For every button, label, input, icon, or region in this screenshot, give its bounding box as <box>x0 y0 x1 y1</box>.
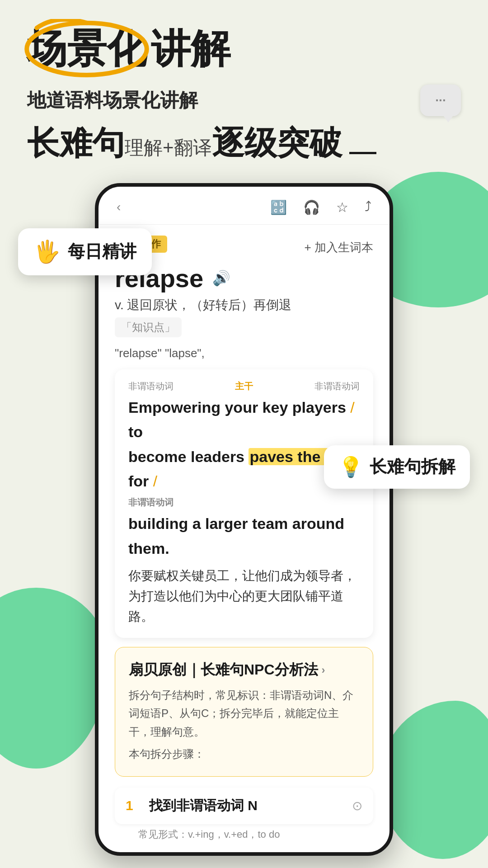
sentence-to: to <box>128 423 143 440</box>
phone-top-bar: ‹ 🔡 🎧 ☆ ⤴ <box>99 187 389 225</box>
npc-card-desc1: 拆分句子结构时，常见标识：非谓语动词N、介词短语P、从句C；拆分完毕后，就能定位… <box>129 686 359 741</box>
sentence-analysis-card: 非谓语动词 主干 非谓语动词 Empowering your key playe… <box>115 369 373 638</box>
npc-arrow-icon[interactable]: › <box>322 664 325 676</box>
subtitle-line2: 长难句 理解+翻译 逐级突破 <box>27 122 461 165</box>
subtitle-section: 地道语料场景化讲解 ··· 长难句 理解+翻译 逐级突破 <box>27 85 461 165</box>
phone-body: 高频写作 + 加入生词本 relapse 🔊 v. 退回原状，（好转后）再倒退 … <box>99 225 389 852</box>
word-main: relapse 🔊 <box>115 264 373 293</box>
step-subtitle-1: 常见形式：v.+ing，v.+ed，to do <box>138 828 373 841</box>
daily-label: 每日精讲 <box>68 240 136 263</box>
npc-card-desc2: 本句拆分步骤： <box>129 745 359 764</box>
step-item-1: 1 找到非谓语动词 N ⊙ <box>115 788 373 824</box>
translation-text: 你要赋权关键员工，让他们成为领导者，为打造以他们为中心的更大团队铺平道路。 <box>128 566 360 627</box>
grammar-label-right: 非谓语动词 <box>314 380 360 392</box>
speech-bubble-icon: ··· <box>420 85 461 116</box>
subtitle-line1: 地道语料场景化讲解 ··· <box>27 85 461 116</box>
phone-area: 🖐️ 每日精讲 💡 长难句拆解 ‹ 🔡 🎧 ☆ ⤴ <box>27 183 461 856</box>
star-icon[interactable]: ☆ <box>336 199 348 215</box>
headphone-icon[interactable]: 🎧 <box>303 199 320 215</box>
knowledge-link[interactable]: 「知识点」 <box>115 317 182 337</box>
underline-decoration <box>349 152 376 154</box>
word-example: "relapse" "lapse", <box>115 344 373 362</box>
step-number-1: 1 <box>126 798 140 813</box>
add-vocab-button[interactable]: + 加入生词本 <box>305 240 373 255</box>
sentence-part1: Empowering your key players <box>128 399 346 416</box>
sentence-label-nonfinite: 非谓语动词 <box>128 495 360 509</box>
step-target-icon[interactable]: ⊙ <box>352 798 362 813</box>
word-definition: v. 退回原状，（好转后）再倒退 <box>115 297 373 314</box>
phone-top-icons: 🔡 🎧 ☆ ⤴ <box>270 199 371 215</box>
floating-card-daily: 🖐️ 每日精讲 <box>18 228 152 275</box>
sentence-building: building a larger team around them. <box>128 515 344 557</box>
hand-wave-icon: 🖐️ <box>33 239 61 264</box>
sentence-for: for <box>128 472 153 490</box>
dictionary-icon[interactable]: 🔡 <box>270 199 287 215</box>
sentence-become: become leaders <box>128 448 249 465</box>
grammar-label-left: 非谓语动词 <box>128 380 174 392</box>
phone-mockup: ‹ 🔡 🎧 ☆ ⤴ 高频写作 + 加入生词本 relapse <box>95 183 393 856</box>
grammar-label-center: 主干 <box>235 380 253 392</box>
step-title-1: 找到非谓语动词 N <box>149 797 343 815</box>
hero-title: 场景化 讲解 <box>27 27 461 71</box>
back-icon[interactable]: ‹ <box>117 200 121 214</box>
floating-card-sentence: 💡 长难句拆解 <box>324 445 470 489</box>
bulb-icon: 💡 <box>338 455 363 479</box>
sentence-label: 长难句拆解 <box>370 455 455 478</box>
npc-card: 扇贝原创｜长难句NPC分析法 › 拆分句子结构时，常见标识：非谓语动词N、介词短… <box>115 647 373 777</box>
npc-card-title: 扇贝原创｜长难句NPC分析法 › <box>129 660 359 680</box>
sound-icon[interactable]: 🔊 <box>212 269 230 287</box>
share-icon[interactable]: ⤴ <box>365 199 371 215</box>
grammar-labels-row: 非谓语动词 主干 非谓语动词 <box>128 380 360 392</box>
hero-title-highlight: 场景化 <box>27 27 146 71</box>
